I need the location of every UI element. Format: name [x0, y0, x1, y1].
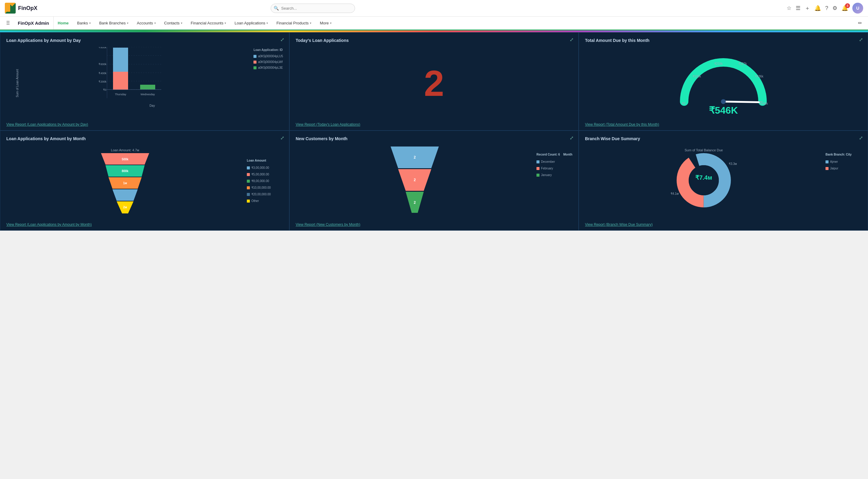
svg-text:₹436k: ₹436k	[755, 75, 764, 78]
help-icon[interactable]: ?	[825, 5, 828, 11]
edit-icon[interactable]: ✏	[855, 17, 866, 30]
chevron-down-icon: ▾	[181, 21, 182, 25]
ajmer-value: ₹4.1м	[671, 192, 679, 195]
widget-title: Loan Applications by Amount by Month	[6, 136, 283, 141]
nav-more-label: More	[320, 21, 329, 25]
gauge-area: ₹0 ₹109k ₹218k ₹327k ₹436k ₹546k ₹546K	[585, 47, 862, 119]
gauge-svg: ₹0 ₹109k ₹218k ₹327k ₹436k ₹546k	[675, 50, 772, 111]
expand-icon[interactable]: ⤢	[859, 37, 863, 42]
logo-icon	[5, 3, 16, 13]
chevron-down-icon: ▾	[267, 21, 268, 25]
chevron-down-icon: ▾	[127, 21, 128, 25]
brand-name: FinOpX Admin	[13, 17, 54, 30]
topbar: FinOpX 🔍 ☆ ☰ ＋ 🔔 ? ⚙ 🔔 8 U	[0, 0, 868, 17]
nav-financial-products[interactable]: Financial Products ▾	[272, 17, 315, 30]
nav-bank-branches-label: Bank Branches	[99, 21, 126, 25]
customers-funnel-svg: 2 2 2	[388, 147, 442, 213]
widget-title: Today's Loan Applications	[296, 38, 572, 43]
grid-icon[interactable]: ⠿	[2, 17, 13, 30]
nav-bank-branches[interactable]: Bank Branches ▾	[95, 17, 133, 30]
star-icon[interactable]: ☆	[786, 5, 792, 11]
nav-home[interactable]: Home	[54, 17, 73, 30]
view-report-w5[interactable]: View Report (New Customers by Month)	[296, 219, 572, 227]
donut-container: ₹7.4м ₹4.1м ₹3.3м	[677, 153, 731, 207]
nav-more[interactable]: More ▾	[315, 17, 336, 30]
widget-title: Total Amount Due by this Month	[585, 38, 862, 43]
view-report-w4[interactable]: View Report (Loan Applications by Amount…	[6, 219, 283, 227]
chevron-down-icon: ▾	[330, 21, 332, 25]
nav-contacts-label: Contacts	[164, 21, 180, 25]
list-icon[interactable]: ☰	[796, 5, 801, 11]
svg-rect-15	[113, 48, 128, 72]
widget-title: Branch Wise Due Summary	[585, 136, 862, 141]
svg-text:₹0: ₹0	[682, 102, 685, 105]
chart-legend: Loan Application: ID a0K5j000004pLU5 a0K…	[253, 47, 283, 70]
expand-icon[interactable]: ⤢	[569, 135, 574, 141]
svg-text:₹546k: ₹546k	[760, 102, 768, 105]
svg-text:₹400k: ₹400k	[98, 72, 106, 75]
svg-text:2: 2	[413, 178, 415, 182]
expand-icon[interactable]: ⤢	[280, 135, 284, 141]
svg-marker-1	[10, 4, 14, 8]
view-report-w6[interactable]: View Report (Branch Wise Due Summary)	[585, 219, 862, 227]
svg-text:₹800k: ₹800k	[98, 47, 106, 49]
view-report-w1[interactable]: View Report (Loan Applications by Amount…	[6, 119, 283, 127]
donut-subtitle: Sum of Total Balance Due	[685, 148, 723, 152]
nav-contacts[interactable]: Contacts ▾	[160, 17, 187, 30]
dashboard: Loan Applications by Amount by Day ⤢ Sum…	[0, 32, 868, 231]
svg-rect-16	[113, 72, 128, 90]
svg-marker-33	[113, 189, 138, 201]
gauge-value: ₹546K	[709, 104, 738, 116]
nav-banks[interactable]: Banks ▾	[73, 17, 95, 30]
branch-legend: Bank Branch: City Ajmer Jaipur	[826, 145, 862, 172]
nav-financial-products-label: Financial Products	[276, 21, 309, 25]
svg-text:500k: 500k	[122, 158, 129, 161]
bar-chart-svg: ₹800k ₹600k ₹400k ₹200k ₹0 Thursday Wedn…	[22, 47, 283, 107]
svg-rect-17	[140, 85, 155, 90]
nav-accounts-label: Accounts	[137, 21, 153, 25]
svg-line-21	[723, 101, 759, 102]
svg-text:1м: 1м	[123, 181, 127, 185]
svg-text:2: 2	[413, 155, 415, 159]
logo-area: FinOpX	[5, 3, 53, 13]
svg-point-22	[721, 99, 726, 104]
svg-text:₹218k: ₹218k	[714, 62, 723, 65]
svg-text:₹0: ₹0	[103, 88, 106, 91]
funnel-legend: Loan Amount ₹3,00,000.00 ₹5,00,000.00 ₹8…	[247, 145, 283, 204]
logo-text: FinOpX	[18, 5, 37, 11]
svg-text:2: 2	[413, 201, 415, 205]
expand-icon[interactable]: ⤢	[569, 37, 574, 42]
nav-loan-applications-label: Loan Applications	[235, 21, 265, 25]
jaipur-value: ₹3.3м	[729, 162, 737, 166]
expand-icon[interactable]: ⤢	[859, 135, 863, 141]
plus-icon[interactable]: ＋	[805, 4, 810, 12]
svg-text:₹600k: ₹600k	[98, 63, 106, 66]
chevron-down-icon: ▾	[154, 21, 156, 25]
nav-financial-accounts-label: Financial Accounts	[191, 21, 223, 25]
y-axis-label: Sum of Loan Amount	[16, 69, 19, 97]
nav-financial-accounts[interactable]: Financial Accounts ▾	[187, 17, 230, 30]
search-bar[interactable]: 🔍	[271, 4, 355, 13]
widget-loans-by-month: Loan Applications by Amount by Month ⤢ L…	[0, 130, 289, 231]
widget-total-due: Total Amount Due by this Month ⤢ ₹0 ₹109…	[579, 32, 868, 130]
nav-loan-applications[interactable]: Loan Applications ▾	[230, 17, 272, 30]
widget-title: New Customers by Month	[296, 136, 572, 141]
view-report-w3[interactable]: View Report (Total Amount Due by this Mo…	[585, 119, 862, 127]
nav-banks-label: Banks	[77, 21, 88, 25]
nav-home-label: Home	[58, 21, 69, 25]
customers-legend: Record Count: 6 Month December February …	[536, 145, 572, 178]
expand-icon[interactable]: ⤢	[280, 37, 284, 42]
svg-text:₹7.4м: ₹7.4м	[695, 174, 712, 181]
svg-rect-2	[7, 4, 10, 8]
settings-icon[interactable]: ⚙	[832, 5, 837, 11]
notification-icon[interactable]: 🔔 8	[841, 5, 848, 11]
search-input[interactable]	[271, 4, 355, 13]
nav-accounts[interactable]: Accounts ▾	[133, 17, 160, 30]
topbar-right: ☆ ☰ ＋ 🔔 ? ⚙ 🔔 8 U	[786, 3, 863, 13]
view-report-w2[interactable]: View Report (Today's Loan Applications)	[296, 119, 572, 127]
bell-icon[interactable]: 🔔	[814, 5, 821, 11]
funnel-svg: 500k 800k 1м 2м	[98, 153, 152, 219]
widget-loan-by-day: Loan Applications by Amount by Day ⤢ Sum…	[0, 32, 289, 130]
widget-todays-loans: Today's Loan Applications ⤢ 2 View Repor…	[289, 32, 579, 130]
avatar[interactable]: U	[852, 3, 863, 13]
